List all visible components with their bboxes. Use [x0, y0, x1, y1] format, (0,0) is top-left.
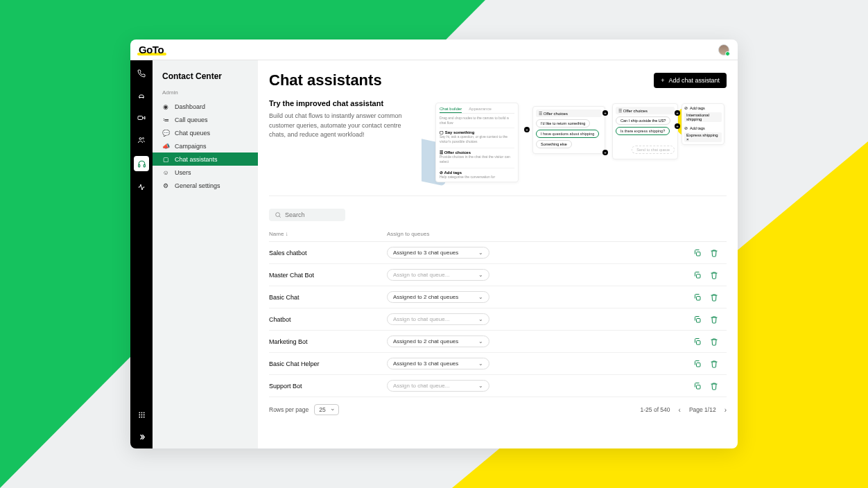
delete-button[interactable] [710, 271, 720, 279]
video-icon[interactable] [135, 112, 148, 124]
headset-icon[interactable] [134, 156, 149, 171]
row-name: Master Chat Bot [269, 272, 387, 279]
queue-select[interactable]: Assign to chat queue...⌄ [387, 269, 489, 281]
copy-button[interactable] [693, 382, 703, 390]
next-page-button[interactable]: › [724, 406, 727, 414]
delete-button[interactable] [710, 360, 720, 368]
queue-select[interactable]: Assigned to 3 chat queues⌄ [387, 358, 489, 369]
chat-bubble-icon: ▢ [162, 156, 169, 163]
prev-page-button[interactable]: ‹ [679, 406, 681, 414]
people-icon[interactable] [135, 134, 148, 146]
gear-icon: ⚙ [162, 182, 169, 189]
svg-rect-18 [697, 274, 701, 278]
delete-button[interactable] [710, 293, 720, 302]
queue-select[interactable]: Assign to chat queue...⌄ [387, 380, 489, 392]
promo-panel-offer-choices-2: ☰ Offer choices Can I ship outside the U… [612, 103, 678, 159]
svg-point-11 [141, 414, 142, 415]
svg-rect-20 [697, 318, 701, 322]
copy-button[interactable] [693, 271, 703, 279]
copy-button[interactable] [693, 360, 703, 368]
sidebar-item-call-queues[interactable]: ≔Call queues [153, 113, 258, 126]
svg-rect-5 [138, 164, 139, 166]
phone-icon[interactable] [135, 67, 148, 80]
page-title: Chat assistants [269, 71, 382, 89]
svg-point-12 [143, 414, 144, 415]
car-icon[interactable] [135, 89, 148, 102]
sidebar-item-users[interactable]: ☺Users [153, 166, 258, 179]
svg-point-3 [139, 138, 141, 140]
avatar[interactable] [718, 44, 729, 55]
list-icon: ≔ [162, 116, 169, 123]
sidebar-item-label: Call queues [175, 116, 208, 123]
row-name: Chatbot [269, 316, 387, 323]
delete-button[interactable] [710, 338, 720, 346]
svg-rect-19 [697, 296, 701, 300]
sidebar-item-label: General settings [175, 182, 220, 189]
svg-point-8 [141, 412, 142, 413]
sidebar-item-chat-assistants[interactable]: ▢Chat assistants [153, 152, 258, 166]
svg-point-7 [139, 412, 140, 413]
add-chat-assistant-button[interactable]: + Add chat assistant [654, 73, 727, 88]
activity-icon[interactable] [135, 181, 148, 193]
queue-select[interactable]: Assigned to 3 chat queues⌄ [387, 247, 489, 259]
sidebar-item-general-settings[interactable]: ⚙General settings [153, 179, 258, 192]
svg-point-9 [143, 412, 144, 413]
promo-panel-tags: ⊘ Add tags International shipping ⊘ Add … [682, 103, 724, 145]
promo-description: Build out chat flows to instantly answer… [269, 112, 408, 140]
main-content: Chat assistants + Add chat assistant Try… [258, 60, 738, 448]
promo-title: Try the improved chat assistant [269, 99, 408, 107]
copy-button[interactable] [693, 338, 703, 346]
promo-panel-builder: Chat builderAppearance Drag and drop nod… [435, 103, 519, 182]
search-input[interactable] [285, 211, 340, 218]
svg-point-13 [139, 416, 140, 417]
chevron-down-icon: ⌄ [478, 338, 483, 345]
svg-point-14 [141, 416, 142, 417]
chat-lines-icon: 💬 [162, 130, 169, 137]
delete-button[interactable] [710, 249, 720, 257]
sidebar-item-label: Chat assistants [175, 156, 218, 163]
user-icon: ☺ [162, 169, 169, 176]
copy-button[interactable] [693, 249, 703, 257]
pagination-range: 1-25 of 540 [641, 406, 670, 413]
chevron-down-icon: ⌄ [478, 272, 483, 278]
svg-rect-21 [697, 340, 701, 345]
row-name: Sales chatbot [269, 250, 387, 256]
queue-select[interactable]: Assigned to 2 chat queues⌄ [387, 291, 489, 303]
sidebar-item-dashboard[interactable]: ◉Dashboard [153, 100, 258, 113]
expand-icon[interactable] [135, 430, 148, 443]
delete-button[interactable] [710, 382, 720, 390]
sidebar-item-chat-queues[interactable]: 💬Chat queues [153, 126, 258, 139]
table-row: Marketing Bot Assigned to 2 chat queues⌄ [269, 331, 727, 353]
promo-banner: Try the improved chat assistant Build ou… [269, 99, 727, 196]
logo: GoTo [139, 44, 164, 55]
pagination-page: Page 1/12 [689, 406, 716, 413]
queue-select[interactable]: Assigned to 2 chat queues⌄ [387, 336, 489, 347]
row-name: Support Bot [269, 383, 387, 390]
svg-point-15 [143, 416, 144, 417]
delete-button[interactable] [710, 315, 720, 324]
table-row: Basic Chat Assigned to 2 chat queues⌄ [269, 286, 727, 308]
search-field[interactable] [269, 209, 345, 221]
sidebar-title: Contact Center [153, 67, 258, 88]
copy-button[interactable] [693, 315, 703, 324]
svg-point-16 [276, 213, 280, 217]
queue-select[interactable]: Assign to chat queue...⌄ [387, 313, 489, 325]
sidebar-item-campaigns[interactable]: 📣Campaigns [153, 139, 258, 152]
row-name: Basic Chat Helper [269, 360, 387, 367]
column-header-name[interactable]: Name ↓ [269, 231, 387, 237]
sidebar-section-label: Admin [153, 88, 258, 100]
grid-icon[interactable] [135, 408, 148, 421]
column-header-queue[interactable]: Assign to queues [387, 231, 609, 237]
mini-sidebar [130, 60, 153, 448]
add-button-label: Add chat assistant [668, 77, 720, 84]
table-row: Support Bot Assign to chat queue...⌄ [269, 375, 727, 397]
promo-illustration: Chat builderAppearance Drag and drop nod… [422, 99, 727, 186]
row-name: Marketing Bot [269, 338, 387, 345]
rows-per-page-select[interactable]: 25 [314, 404, 338, 415]
copy-button[interactable] [693, 293, 703, 302]
svg-rect-6 [144, 164, 145, 166]
megaphone-icon: 📣 [162, 143, 169, 150]
svg-point-0 [139, 98, 140, 98]
sidebar-item-label: Chat queues [175, 130, 210, 137]
promo-tab-appearance: Appearance [469, 107, 491, 111]
